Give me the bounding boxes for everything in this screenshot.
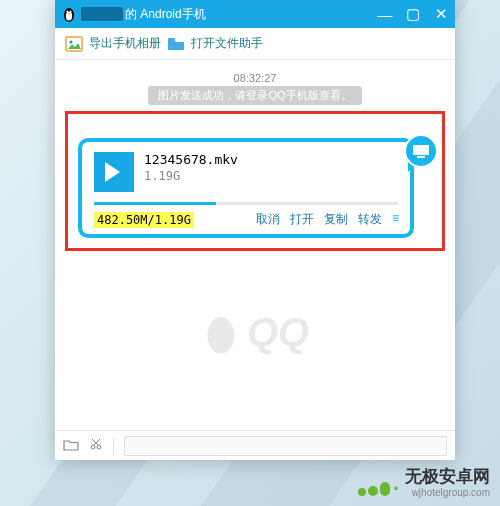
open-file-helper-link[interactable]: 打开文件助手 [191, 35, 263, 52]
transfer-progress-text: 482.50M/1.19G [94, 212, 194, 228]
minimize-button[interactable]: — [371, 0, 399, 28]
close-button[interactable]: ✕ [427, 0, 455, 28]
svg-rect-8 [413, 145, 429, 155]
video-play-icon[interactable] [94, 152, 134, 192]
forward-link[interactable]: 转发 [358, 211, 382, 228]
annotation-highlight-box: 12345678.mkv 1.19G 482.50M/1.19G 取消 打开 复… [65, 111, 445, 251]
maximize-button[interactable]: ▢ [399, 0, 427, 28]
svg-point-11 [91, 445, 95, 449]
file-name: 12345678.mkv [144, 152, 238, 167]
transfer-progress-fill [94, 202, 216, 205]
svg-rect-7 [168, 38, 175, 41]
cancel-link[interactable]: 取消 [256, 211, 280, 228]
file-size: 1.19G [144, 169, 238, 183]
watermark-title: 无极安卓网 [405, 468, 490, 487]
folder-outline-icon[interactable] [63, 438, 79, 454]
folder-icon[interactable] [167, 35, 185, 53]
site-watermark: . 无极安卓网 wjhotelgroup.com [358, 468, 490, 498]
copy-link[interactable]: 复制 [324, 211, 348, 228]
svg-point-3 [70, 11, 72, 13]
message-timestamp: 08:32:27 [65, 72, 445, 84]
watermark-logo-icon: . [358, 470, 399, 496]
svg-point-2 [66, 11, 68, 13]
export-album-link[interactable]: 导出手机相册 [89, 35, 161, 52]
contact-name-redacted [81, 7, 123, 21]
title-suffix: 的 Android手机 [125, 6, 206, 23]
file-message-bubble: 12345678.mkv 1.19G 482.50M/1.19G 取消 打开 复… [78, 138, 414, 238]
system-message: 图片发送成功，请登录QQ手机版查看。 [148, 86, 361, 105]
more-menu-icon[interactable]: ≡ [392, 211, 398, 228]
qq-background-watermark: QQ [201, 310, 309, 355]
sender-avatar[interactable] [404, 134, 438, 168]
open-link[interactable]: 打开 [290, 211, 314, 228]
transfer-progress-bar [94, 202, 398, 205]
svg-point-12 [97, 445, 101, 449]
qq-penguin-icon [61, 5, 77, 23]
scissors-icon[interactable] [89, 437, 103, 454]
bottom-bar [55, 430, 455, 460]
chat-area: 08:32:27 图片发送成功，请登录QQ手机版查看。 12345678.mkv… [55, 60, 455, 430]
message-input[interactable] [124, 436, 447, 456]
photo-export-icon[interactable] [65, 35, 83, 53]
qq-window: 的 Android手机 — ▢ ✕ 导出手机相册 打开文件助手 08:32:27… [55, 0, 455, 460]
watermark-url: wjhotelgroup.com [405, 487, 490, 498]
svg-rect-9 [417, 156, 425, 158]
svg-point-4 [68, 13, 71, 15]
svg-point-10 [207, 317, 234, 354]
svg-point-6 [70, 40, 73, 43]
titlebar: 的 Android手机 — ▢ ✕ [55, 0, 455, 28]
toolbar: 导出手机相册 打开文件助手 [55, 28, 455, 60]
